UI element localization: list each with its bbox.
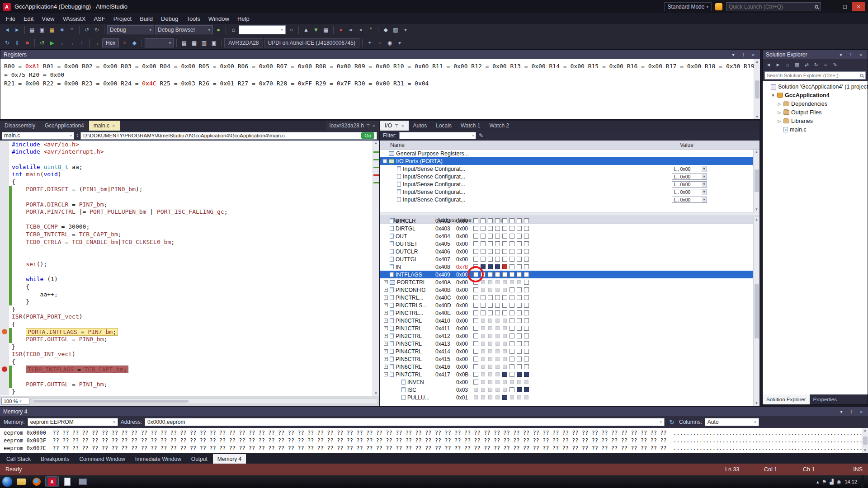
bit-checkbox[interactable]	[509, 241, 514, 246]
bit-checkbox[interactable]	[488, 234, 493, 239]
collapse-expander[interactable]: −	[384, 372, 388, 376]
pin-icon[interactable]: ⊤	[395, 123, 399, 128]
bit-checkbox[interactable]	[502, 295, 507, 300]
breakpoint-gutter[interactable]	[0, 358, 9, 366]
bit-checkbox[interactable]	[524, 372, 529, 377]
bit-checkbox[interactable]	[473, 364, 478, 369]
io-table-scrollbar[interactable]: ▲▼	[753, 217, 760, 406]
breakpoint-gutter[interactable]	[0, 313, 9, 321]
tab-breakpoints[interactable]: Breakpoints	[36, 454, 74, 464]
breakpoint-gutter[interactable]	[0, 216, 9, 223]
network-icon[interactable]: ▟	[830, 479, 833, 485]
bit-checkbox[interactable]	[473, 326, 478, 331]
bit-checkbox[interactable]	[517, 226, 522, 231]
breakpoint-gutter[interactable]	[0, 208, 9, 216]
bit-checkbox[interactable]	[524, 249, 529, 254]
tree-expander[interactable]: ▷	[777, 119, 782, 123]
bit-checkbox[interactable]	[509, 341, 514, 346]
tab-i-o[interactable]: I/O⊤×	[380, 121, 409, 131]
register-row[interactable]: OUTTGL0x4070x00	[380, 255, 753, 263]
bit-checkbox[interactable]	[473, 218, 478, 223]
menu-view[interactable]: View	[38, 14, 58, 23]
bit-checkbox[interactable]	[473, 310, 478, 315]
bit-checkbox[interactable]	[517, 357, 522, 361]
build-solution-icon[interactable]: ▲	[302, 25, 311, 34]
bit-checkbox[interactable]	[509, 295, 514, 300]
bit-checkbox[interactable]	[524, 310, 529, 315]
bit-checkbox[interactable]	[509, 357, 514, 361]
io-tree-row[interactable]: Input/Sense Configurat...I... 0x00▾	[380, 196, 753, 203]
hex-toggle-button[interactable]: Hex	[102, 38, 119, 47]
standard-mode-selector[interactable]: Standard Mode ▾	[664, 2, 712, 11]
debug-tool-chip[interactable]: UPDI on Atmel-ICE (J41800006745)	[264, 38, 359, 47]
register-row[interactable]: PULLU...0x01	[380, 394, 753, 401]
tab-output[interactable]: Output	[187, 454, 212, 464]
zoom-in-icon[interactable]: +	[365, 38, 374, 47]
breakpoint-gutter[interactable]	[0, 261, 9, 268]
add-item-icon[interactable]: ▣	[38, 25, 47, 34]
splitter[interactable]	[380, 212, 760, 216]
edit-filter-icon[interactable]: ✎	[479, 132, 483, 139]
breakpoint-gutter[interactable]	[0, 305, 9, 313]
pin-icon[interactable]: ⊤	[366, 123, 370, 128]
bit-checkbox[interactable]	[517, 387, 522, 392]
close-icon[interactable]: ×	[373, 123, 375, 128]
register-row[interactable]: IN0x4080x78	[380, 263, 753, 271]
breakpoint-gutter[interactable]	[0, 163, 9, 171]
bit-checkbox[interactable]	[524, 295, 529, 300]
value-combo[interactable]: I... 0x00▾	[672, 189, 707, 195]
bit-checkbox[interactable]	[524, 272, 529, 277]
bit-checkbox[interactable]	[524, 349, 529, 354]
bit-checkbox[interactable]	[509, 272, 514, 277]
bit-checkbox[interactable]	[524, 364, 529, 369]
properties-icon[interactable]: ✎	[831, 61, 839, 69]
tab-watch-2[interactable]: Watch 2	[485, 121, 514, 131]
redo-icon[interactable]: ↻	[92, 25, 101, 34]
menu-edit[interactable]: Edit	[19, 14, 38, 23]
menu-asf[interactable]: ASF	[90, 14, 109, 23]
forward-icon[interactable]: ►	[774, 61, 782, 69]
address-input[interactable]: 0x0000,eeprom ▾	[145, 418, 665, 426]
bit-checkbox[interactable]	[517, 364, 522, 369]
breakpoint-gutter[interactable]	[0, 155, 9, 163]
register-row[interactable]: +PIN2CTRL0x4120x00	[380, 332, 753, 340]
register-row[interactable]: +PIN6CTRL0x4160x00	[380, 363, 753, 371]
bit-checkbox[interactable]	[502, 264, 507, 269]
tree-expander[interactable]: ▷	[777, 110, 782, 115]
app-taskbar-icon[interactable]	[76, 476, 90, 487]
tab-locals[interactable]: Locals	[431, 121, 456, 131]
save-all-icon[interactable]: ≡	[67, 25, 76, 34]
tab-autos[interactable]: Autos	[409, 121, 432, 131]
solution-tree-item[interactable]: ▷Libraries	[763, 117, 868, 125]
save-icon[interactable]: ■	[57, 25, 66, 34]
close-icon[interactable]: ×	[401, 123, 404, 128]
breakpoint-gutter[interactable]	[0, 148, 9, 156]
bit-checkbox[interactable]	[473, 257, 478, 262]
disassembly-window-icon[interactable]: ▤	[179, 38, 189, 47]
break-all-icon[interactable]: ‖	[13, 38, 22, 47]
registers-scrollbar[interactable]: ▲▼	[754, 59, 760, 119]
registers-window-icon[interactable]: ▥	[199, 38, 208, 47]
io-view-icon[interactable]: ▣	[209, 38, 218, 47]
bit-checkbox[interactable]	[473, 226, 478, 231]
bit-checkbox[interactable]	[495, 264, 500, 269]
toggle-breakpoint-icon[interactable]: ◆	[130, 38, 139, 47]
solution-configurations-combo[interactable]: Debug▾	[107, 25, 154, 34]
zoom-out-icon[interactable]: −	[375, 38, 384, 47]
bit-checkbox[interactable]	[524, 326, 529, 331]
filter-combo[interactable]: ▾	[399, 132, 476, 139]
bit-checkbox[interactable]	[524, 341, 529, 346]
quick-launch-input[interactable]	[729, 4, 812, 10]
toolbar-options-chevron-icon[interactable]: ▾	[395, 38, 404, 47]
io-tree-row[interactable]: Input/Sense Configurat...I... 0x00▾	[380, 180, 753, 188]
bit-checkbox[interactable]	[517, 264, 522, 269]
open-file-icon[interactable]: ▦	[47, 25, 57, 34]
editor-scrollbar[interactable]: ▲ ▼	[373, 141, 379, 396]
bit-checkbox[interactable]	[524, 234, 529, 239]
bit-checkbox[interactable]	[481, 257, 486, 262]
bit-checkbox[interactable]	[517, 326, 522, 331]
register-row[interactable]: +PIN0CTRL0x4100x00	[380, 317, 753, 324]
restart-icon[interactable]: ↺	[38, 38, 47, 47]
bit-checkbox[interactable]	[488, 310, 493, 315]
close-icon[interactable]: ×	[750, 52, 757, 57]
